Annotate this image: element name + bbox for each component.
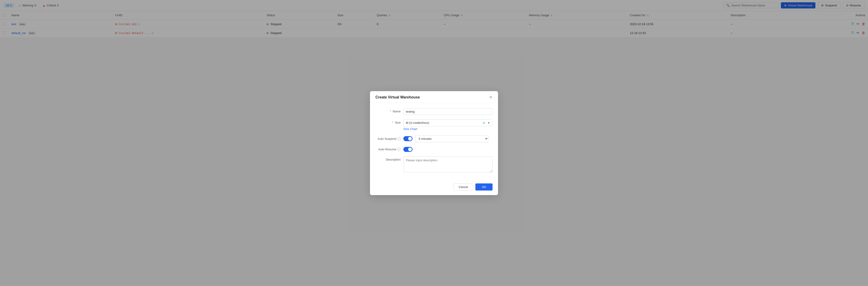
- modal-overlay[interactable]: Create Virtual Warehouse ✕ * Name * Size: [0, 0, 868, 37]
